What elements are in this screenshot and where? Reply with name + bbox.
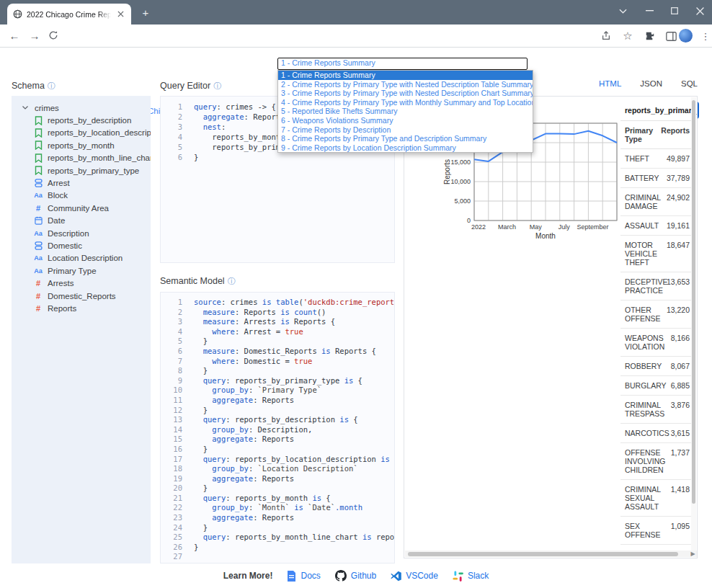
code-line: 16 } — [161, 445, 394, 455]
query-dropdown-list: 1 - Crime Reports Summary2 - Crime Repor… — [277, 70, 533, 153]
line-number: 4 — [161, 327, 182, 337]
schema-item-arrest[interactable]: Arrest — [20, 177, 151, 189]
extensions-puzzle-icon[interactable] — [644, 30, 657, 43]
schema-panel-title: Schemaⓘ — [12, 81, 55, 92]
malloy-fiddle-window: 2022 Chicago Crime Reports Mal + ← → — [0, 0, 712, 588]
query-option[interactable]: 6 - Weapons Violations Summary — [278, 116, 533, 125]
query-option[interactable]: 3 - Crime Reports by Primary Type with N… — [278, 89, 533, 98]
schema-item-reports[interactable]: #Reports — [20, 302, 151, 314]
forward-icon[interactable]: → — [28, 30, 41, 43]
code-line: 9 query: reports_by_primary_type is { — [161, 376, 394, 386]
vertical-scrollbar[interactable] — [691, 97, 696, 551]
query-option[interactable]: 8 - Crime Reports by Primary Type and De… — [278, 134, 533, 143]
horizontal-scrollbar[interactable]: ▶ — [405, 551, 697, 557]
svg-text:May: May — [530, 223, 543, 231]
code-line: 10 group_by: `Primary Type` — [161, 386, 394, 396]
query-option[interactable]: 2 - Crime Reports by Primary Type with N… — [278, 80, 533, 89]
query-editor-title: Query Editorⓘ — [160, 81, 221, 92]
share-icon[interactable] — [600, 30, 613, 43]
code-line: 22 group_by: `Month` is `Date`.month — [161, 503, 394, 513]
table-row: CRIMINAL TRESPASS3,876 — [620, 396, 691, 424]
code-line: 15 aggregate: Reports — [161, 435, 394, 445]
schema-item-community-area[interactable]: #Community Area — [20, 202, 151, 214]
semantic-model-editor[interactable]: 1source: crimes is table('duckdb:crime_r… — [160, 292, 395, 564]
scrollbar-thumb[interactable] — [408, 552, 678, 556]
table-row: OTHER OFFENSE13,220 — [620, 300, 691, 329]
tab-search-chevron-icon[interactable] — [612, 0, 633, 22]
code-line: 12 } — [161, 406, 394, 416]
vscode-link[interactable]: VSCode — [391, 571, 438, 582]
slack-link[interactable]: Slack — [453, 571, 489, 582]
line-number: 2 — [161, 308, 182, 318]
line-number: 7 — [161, 357, 182, 367]
schema-item-domestic[interactable]: Domestic — [20, 239, 151, 251]
line-number: 12 — [161, 406, 182, 416]
line-number: 11 — [161, 396, 182, 406]
tab-sql[interactable]: SQL — [681, 79, 698, 88]
schema-item-reports-by-month[interactable]: reports_by_month — [20, 139, 151, 151]
docs-link[interactable]: Docs — [287, 571, 320, 582]
window-maximize-button[interactable] — [664, 0, 685, 22]
tab-favicon-globe-icon — [13, 9, 22, 19]
schema-item-reports-by-month-line-chart[interactable]: reports_by_month_line_chart — [20, 152, 151, 164]
schema-item-reports-by-description[interactable]: reports_by_description — [20, 114, 151, 126]
query-option[interactable]: 7 - Crime Reports by Description — [278, 125, 533, 135]
query-select[interactable]: 1 - Crime Reports Summary — [277, 58, 528, 70]
query-icon — [33, 128, 43, 138]
profile-avatar[interactable] — [679, 29, 693, 43]
query-option[interactable]: 5 - Reported Bike Thefts Summary — [278, 107, 533, 116]
menu-dots-icon[interactable]: ⋮ — [699, 30, 712, 43]
query-option[interactable]: 9 - Crime Reports by Location Descriptio… — [278, 143, 533, 153]
schema-item-arrests[interactable]: #Arrests — [20, 277, 151, 289]
table-row: BURGLARY6,885 — [620, 376, 691, 396]
window-minimize-button[interactable] — [638, 0, 660, 22]
line-number: 1 — [161, 298, 182, 308]
info-icon: ⓘ — [213, 81, 221, 90]
code-line: 27 — [161, 552, 394, 562]
line-number: 24 — [161, 523, 182, 533]
docs-icon — [287, 571, 296, 582]
new-tab-button[interactable]: + — [140, 7, 151, 19]
query-option[interactable]: 4 - Crime Reports by Primary Type with M… — [278, 98, 533, 107]
schema-item-description[interactable]: AaDescription — [20, 227, 151, 239]
side-panel-icon[interactable] — [664, 30, 677, 43]
line-number: 13 — [161, 415, 182, 425]
line-number: 22 — [161, 503, 182, 513]
bookmark-star-icon[interactable]: ☆ — [621, 30, 634, 43]
code-line: 23 aggregate: Reports — [161, 513, 394, 523]
schema-item-location-description[interactable]: AaLocation Description — [20, 252, 151, 264]
tab-json[interactable]: JSON — [640, 79, 662, 88]
code-line: 18 group_by: `Location Description` — [161, 464, 394, 474]
measure-icon: # — [33, 303, 43, 313]
line-number: 27 — [161, 552, 182, 562]
line-number: 15 — [161, 435, 182, 445]
github-link[interactable]: Github — [335, 570, 376, 582]
browser-toolbar: ← → randomfractals.github.io/chicago-cri… — [0, 24, 712, 48]
chevron-down-icon[interactable] — [20, 103, 30, 112]
string-icon: Aa — [33, 266, 43, 275]
github-icon — [335, 570, 347, 582]
info-icon: ⓘ — [48, 81, 55, 90]
schema-item-reports-by-location-description[interactable]: reports_by_location_description — [20, 127, 151, 139]
back-icon[interactable]: ← — [8, 30, 21, 43]
schema-item-reports-by-primary-type[interactable]: reports_by_primary_type — [20, 164, 151, 177]
schema-item-block[interactable]: AaBlock — [20, 190, 151, 202]
boolean-icon — [33, 179, 43, 188]
reload-icon[interactable] — [48, 30, 61, 43]
code-line: 14 group_by: Description, — [161, 425, 394, 435]
query-option[interactable]: 1 - Crime Reports Summary — [278, 71, 533, 80]
svg-text:0: 0 — [467, 217, 471, 224]
table-header: Primary TypeReports — [620, 121, 691, 149]
schema-root-crimes[interactable]: crimes — [20, 102, 151, 114]
schema-item-date[interactable]: Date — [20, 215, 151, 227]
tab-html[interactable]: HTML — [599, 79, 621, 88]
scroll-right-arrow-icon[interactable]: ▶ — [689, 551, 697, 557]
window-close-button[interactable] — [689, 0, 711, 22]
schema-item-primary-type[interactable]: AaPrimary Type — [20, 264, 151, 277]
browser-tab[interactable]: 2022 Chicago Crime Reports Mal — [7, 4, 131, 24]
table-title: reports_by_primary_type — [620, 100, 691, 121]
svg-text:Reports: Reports — [443, 159, 451, 184]
line-number: 3 — [161, 317, 182, 327]
schema-item-domestic-reports[interactable]: #Domestic_Reports — [20, 290, 151, 302]
tab-close-icon[interactable] — [115, 9, 125, 19]
